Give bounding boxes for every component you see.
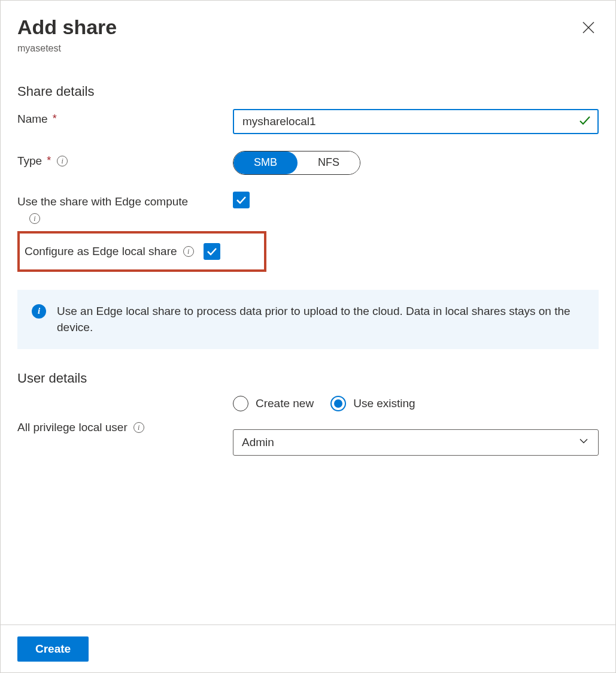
- edge-compute-label: Use the share with Edge compute: [17, 195, 188, 208]
- check-icon: [235, 194, 247, 206]
- check-icon: [206, 245, 218, 257]
- create-button[interactable]: Create: [17, 636, 89, 662]
- chevron-down-icon: [578, 435, 590, 450]
- radio-create-new[interactable]: Create new: [233, 396, 314, 411]
- radio-circle-icon: [330, 396, 346, 411]
- name-label: Name: [17, 113, 48, 126]
- privilege-user-label: All privilege local user: [17, 421, 128, 434]
- type-option-smb[interactable]: SMB: [233, 151, 298, 174]
- edge-local-label: Configure as Edge local share: [25, 245, 177, 258]
- info-banner-icon: i: [32, 304, 46, 319]
- user-select[interactable]: Admin: [233, 429, 599, 456]
- edge-local-highlight: Configure as Edge local share i: [17, 231, 266, 272]
- page-title: Add share: [17, 15, 117, 40]
- radio-use-existing-label: Use existing: [353, 397, 415, 410]
- page-subtitle: myasetest: [17, 43, 117, 54]
- valid-check-icon: [578, 114, 591, 129]
- close-button[interactable]: [578, 17, 599, 38]
- info-icon[interactable]: i: [183, 246, 194, 257]
- required-mark: *: [53, 113, 57, 125]
- edge-compute-checkbox[interactable]: [233, 192, 250, 208]
- user-select-value: Admin: [242, 436, 274, 449]
- radio-use-existing[interactable]: Use existing: [330, 396, 415, 411]
- name-input[interactable]: [233, 109, 599, 134]
- info-banner-text: Use an Edge local share to process data …: [57, 303, 584, 336]
- required-mark: *: [47, 154, 51, 167]
- edge-local-checkbox[interactable]: [204, 243, 220, 260]
- section-user-details: User details: [17, 371, 599, 386]
- close-icon: [582, 21, 595, 34]
- radio-create-new-label: Create new: [256, 397, 314, 410]
- info-icon[interactable]: i: [29, 213, 40, 224]
- type-segmented: SMB NFS: [233, 151, 360, 175]
- radio-circle-icon: [233, 396, 248, 411]
- section-share-details: Share details: [17, 84, 599, 99]
- type-label: Type: [17, 154, 42, 168]
- info-banner: i Use an Edge local share to process dat…: [17, 290, 599, 349]
- type-option-nfs[interactable]: NFS: [298, 151, 360, 174]
- info-icon[interactable]: i: [57, 156, 68, 166]
- info-icon[interactable]: i: [133, 422, 144, 433]
